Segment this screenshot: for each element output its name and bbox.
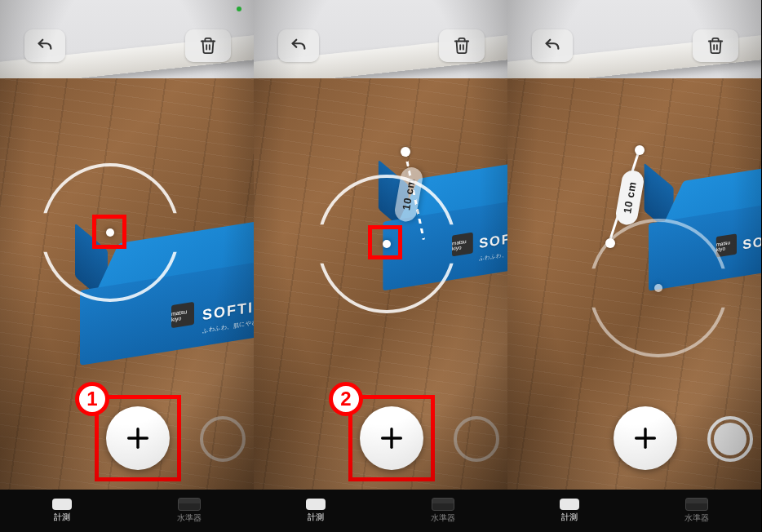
undo-button[interactable]: [24, 29, 65, 62]
tutorial-triptych: matsu kiyo SOFTIM ふわふわ、肌にやさしい: [0, 0, 762, 532]
trash-icon: [199, 37, 217, 55]
tab-level[interactable]: 水準器: [177, 498, 202, 524]
measure-endpoint-b: [605, 238, 615, 248]
capture-button[interactable]: [707, 416, 753, 462]
tab-label: 水準器: [177, 512, 202, 524]
box-logo: matsu kiyo: [452, 233, 473, 257]
tab-level[interactable]: 水準器: [431, 498, 455, 524]
tab-bar: 計測 水準器: [0, 490, 254, 532]
capture-button[interactable]: [454, 416, 499, 462]
undo-button[interactable]: [278, 29, 319, 62]
scene-object-box: matsu kiyo SOFTIM ふわふわ、肌にやさしい: [80, 228, 254, 351]
measure-endpoint-a: [635, 145, 645, 155]
add-point-button[interactable]: [614, 406, 677, 470]
tab-measure[interactable]: 計測: [306, 499, 326, 523]
status-dot: [237, 7, 241, 11]
tab-label: 水準器: [684, 512, 709, 524]
level-icon: [685, 498, 708, 511]
tab-label: 計測: [561, 512, 578, 523]
box-logo: matsu kiyo: [716, 233, 737, 257]
camera-viewport[interactable]: matsu kiyo SOFTIM ふわふわ、肌にやさしい: [0, 0, 254, 490]
undo-button[interactable]: [532, 29, 573, 62]
trash-icon: [453, 37, 471, 55]
clear-button[interactable]: [693, 29, 738, 62]
tab-label: 水準器: [431, 512, 455, 524]
annotation-number-2: 2: [329, 382, 363, 416]
ruler-icon: [560, 499, 579, 510]
undo-icon: [543, 37, 561, 55]
box-logo: matsu kiyo: [171, 302, 194, 328]
plus-icon: [124, 424, 152, 452]
plus-icon: [378, 424, 405, 452]
clear-button[interactable]: [439, 29, 485, 62]
scene-object-box: matsu kiyo SOFTI: [649, 168, 761, 278]
level-icon: [178, 498, 201, 511]
panel-step-1: matsu kiyo SOFTIM ふわふわ、肌にやさしい: [0, 0, 254, 532]
clear-button[interactable]: [185, 29, 231, 62]
capture-button[interactable]: [200, 416, 246, 462]
tab-measure[interactable]: 計測: [52, 499, 72, 523]
add-point-button[interactable]: [106, 406, 170, 470]
trash-icon: [707, 37, 724, 55]
tab-measure[interactable]: 計測: [560, 499, 579, 523]
tab-bar: 計測 水準器: [254, 490, 507, 532]
annotation-number-1: 1: [75, 382, 109, 416]
panel-step-2: matsu kiyo SOFTI ふわふわ、肌にやさしい 10 cm: [254, 0, 507, 532]
panel-step-3: matsu kiyo SOFTI 10 cm: [507, 0, 761, 532]
ruler-icon: [306, 499, 326, 510]
camera-viewport[interactable]: matsu kiyo SOFTI 10 cm: [507, 0, 761, 490]
camera-viewport[interactable]: matsu kiyo SOFTI ふわふわ、肌にやさしい 10 cm: [254, 0, 507, 490]
plus-icon: [631, 424, 659, 452]
add-point-button[interactable]: [360, 406, 423, 470]
tab-level[interactable]: 水準器: [684, 498, 709, 524]
undo-icon: [290, 37, 308, 55]
ruler-icon: [52, 499, 72, 510]
undo-icon: [36, 37, 54, 55]
tab-label: 計測: [54, 512, 70, 523]
tab-label: 計測: [308, 512, 324, 523]
tab-bar: 計測 水準器: [507, 490, 761, 532]
level-icon: [432, 498, 454, 511]
